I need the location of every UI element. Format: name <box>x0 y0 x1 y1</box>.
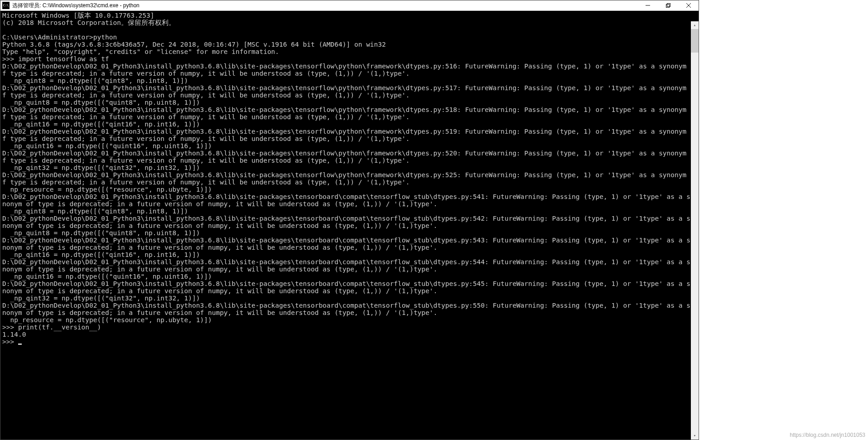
scroll-track[interactable] <box>691 29 699 432</box>
scroll-up-arrow[interactable]: ▴ <box>691 21 699 29</box>
terminal-output[interactable]: Microsoft Windows [版本 10.0.17763.253] (c… <box>0 11 699 440</box>
close-button[interactable] <box>678 0 699 11</box>
maximize-button[interactable] <box>658 0 678 11</box>
close-icon <box>686 3 691 8</box>
titlebar[interactable]: 选择管理员: C:\Windows\system32\cmd.exe - pyt… <box>0 0 699 11</box>
cmd-window: 选择管理员: C:\Windows\system32\cmd.exe - pyt… <box>0 0 699 440</box>
svg-rect-1 <box>666 5 669 8</box>
minimize-icon <box>646 3 650 8</box>
svg-rect-2 <box>667 4 670 7</box>
minimize-button[interactable] <box>637 0 658 11</box>
window-title: 选择管理员: C:\Windows\system32\cmd.exe - pyt… <box>12 2 637 10</box>
vertical-scrollbar[interactable]: ▴ ▾ <box>691 21 699 440</box>
scroll-down-arrow[interactable]: ▾ <box>691 432 699 440</box>
watermark-text: https://blog.csdn.net/jn1001053 <box>790 432 865 438</box>
terminal-cursor <box>18 343 22 345</box>
scroll-thumb[interactable] <box>691 29 699 53</box>
window-controls <box>637 0 699 11</box>
cmd-icon <box>2 2 10 9</box>
maximize-icon <box>666 3 670 8</box>
